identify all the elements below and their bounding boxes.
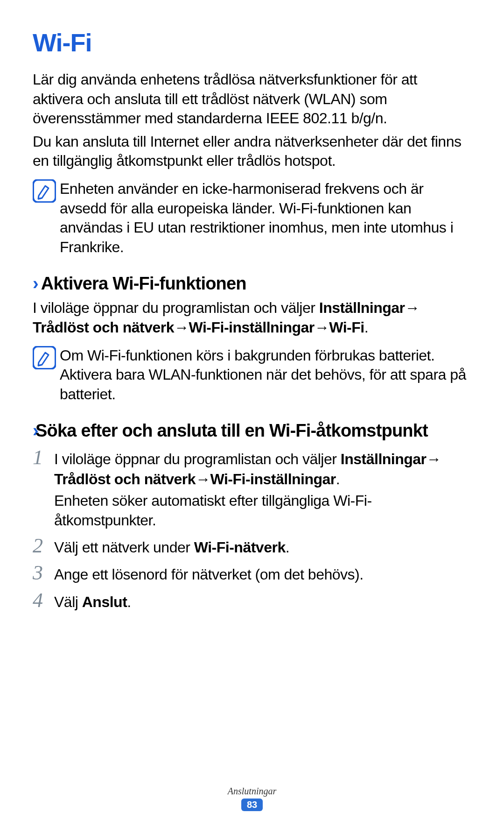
step-post: . xyxy=(127,594,131,610)
activate-instruction: I viloläge öppnar du programlistan och v… xyxy=(33,298,471,337)
instr-pre: I viloläge öppnar du programlistan och v… xyxy=(33,299,319,316)
step-number: 1 xyxy=(33,447,54,468)
arrow-icon: → xyxy=(196,469,210,489)
intro-paragraph-2: Du kan ansluta till Internet eller andra… xyxy=(33,132,471,171)
path-settings: Inställningar xyxy=(319,299,405,316)
arrow-icon: → xyxy=(405,298,420,318)
chevron-icon: › xyxy=(33,274,38,294)
svg-rect-2 xyxy=(33,346,56,369)
arrow-icon: → xyxy=(315,318,329,338)
step-text: Ange ett lösenord för nätverket (om det … xyxy=(54,563,471,584)
svg-line-1 xyxy=(38,198,42,199)
footer-section-name: Anslutningar xyxy=(0,786,504,797)
note-block-1: Enheten använder en icke-harmoniserad fr… xyxy=(33,179,471,257)
path-wireless: Trådlöst och nätverk xyxy=(33,319,174,336)
period: . xyxy=(336,471,340,488)
step-1: 1 I viloläge öppnar du programlistan och… xyxy=(33,447,471,530)
note-icon xyxy=(33,346,56,369)
subheading-text: Aktivera Wi-Fi-funktionen xyxy=(41,274,246,294)
step-number: 4 xyxy=(33,590,54,611)
path-settings: Inställningar xyxy=(341,451,427,467)
note-text-1: Enheten använder en icke-harmoniserad fr… xyxy=(60,179,471,257)
path-wifi-settings: Wi-Fi-inställningar xyxy=(189,319,314,336)
arrow-icon: → xyxy=(427,449,441,469)
subheading-activate-wifi: › Aktivera Wi-Fi-funktionen xyxy=(33,274,471,294)
path-wifi: Wi-Fi xyxy=(329,319,364,336)
note-icon-container xyxy=(33,346,60,369)
subheading-text: Söka efter och ansluta till en Wi-Fi-åtk… xyxy=(48,421,428,441)
step-text: I viloläge öppnar du programlistan och v… xyxy=(54,447,471,530)
step-pre: Välj xyxy=(54,594,82,610)
page-title: Wi-Fi xyxy=(33,28,471,57)
subheading-search-connect: › Söka efter och ansluta till en Wi-Fi-å… xyxy=(33,421,471,441)
step-sub: Enheten söker automatiskt efter tillgäng… xyxy=(54,491,471,530)
note-icon-container xyxy=(33,179,60,203)
step-bold: Wi-Fi-nätverk xyxy=(194,539,286,556)
steps-list: 1 I viloläge öppnar du programlistan och… xyxy=(33,447,471,612)
step-2: 2 Välj ett nätverk under Wi-Fi-nätverk. xyxy=(33,536,471,557)
note-icon xyxy=(33,179,56,203)
note-text-2: Om Wi-Fi-funktionen körs i bakgrunden fö… xyxy=(60,346,471,404)
arrow-icon: → xyxy=(174,318,189,338)
page-number-badge: 83 xyxy=(241,799,263,811)
svg-line-3 xyxy=(38,365,42,366)
document-page: Wi-Fi Lär dig använda enhetens trådlösa … xyxy=(0,0,504,827)
step-pre: Välj ett nätverk under xyxy=(54,539,194,556)
step-bold: Anslut xyxy=(82,594,127,610)
path-wireless: Trådlöst och nätverk xyxy=(54,471,196,488)
intro-paragraph-1: Lär dig använda enhetens trådlösa nätver… xyxy=(33,70,471,128)
step-number: 2 xyxy=(33,536,54,556)
step-text: Välj Anslut. xyxy=(54,590,471,612)
note-block-2: Om Wi-Fi-funktionen körs i bakgrunden fö… xyxy=(33,346,471,404)
step-text: Välj ett nätverk under Wi-Fi-nätverk. xyxy=(54,536,471,557)
period: . xyxy=(364,319,368,336)
svg-rect-0 xyxy=(33,180,56,202)
step-post: . xyxy=(286,539,289,556)
step-4: 4 Välj Anslut. xyxy=(33,590,471,612)
page-footer: Anslutningar 83 xyxy=(0,786,504,811)
step-number: 3 xyxy=(33,563,54,583)
step-3: 3 Ange ett lösenord för nätverket (om de… xyxy=(33,563,471,584)
step-pre: I viloläge öppnar du programlistan och v… xyxy=(54,451,341,467)
path-wifi-settings: Wi-Fi-inställningar xyxy=(210,471,336,488)
